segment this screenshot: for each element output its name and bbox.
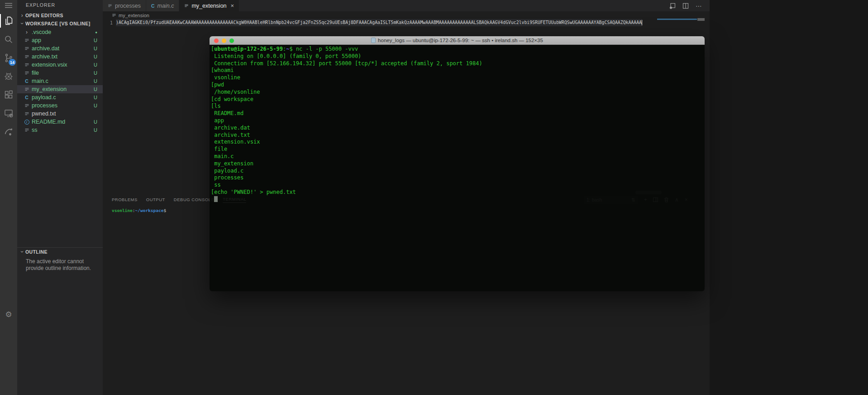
git-untracked-badge: U (94, 78, 97, 84)
file-name: main.c (32, 78, 48, 84)
terminal-line: extension.vsix (211, 139, 705, 146)
breadcrumb[interactable]: my_extension (112, 12, 149, 19)
file-icon (24, 128, 30, 133)
explorer-sidebar: EXPLORER › OPEN EDITORS › WORKSPACE [VS … (17, 0, 103, 395)
gear-icon: ⚙ (5, 310, 12, 319)
integrated-terminal-prompt[interactable]: vsonline:~/workspace$ (112, 208, 166, 213)
terminal-line: README.md (211, 110, 705, 117)
file-icon (108, 4, 112, 8)
terminal-cursor (214, 196, 218, 202)
file-icon (24, 54, 30, 59)
open-changes-icon[interactable] (669, 3, 676, 9)
tree-item-my-extension[interactable]: my_extension U (17, 85, 103, 93)
git-untracked-badge: U (94, 62, 97, 67)
section-label: WORKSPACE [VS ONLINE] (25, 21, 91, 26)
desktop: 14 (0, 0, 868, 395)
tree-item-archive-dat[interactable]: archive.dat U (17, 44, 103, 53)
file-name: ss (32, 127, 38, 133)
git-untracked-badge: U (94, 54, 97, 59)
sidebar-item-debug[interactable] (0, 67, 17, 85)
text-cursor (642, 20, 643, 25)
sidebar-item-extensions[interactable] (0, 86, 17, 104)
mac-terminal-window: honey_logs — ubuntu@ip-172-26-5-99: ~ — … (210, 36, 705, 291)
minimap-slider[interactable] (697, 18, 705, 21)
close-window-button[interactable] (214, 39, 219, 43)
tree-item-ss[interactable]: ss U (17, 126, 103, 134)
prompt-command: nc -l -p 55000 -vvv (293, 46, 358, 52)
remote-explorer-icon (3, 108, 14, 119)
c-file-icon: C (151, 3, 155, 9)
tree-item-pwned-txt[interactable]: pwned.txt (17, 110, 103, 118)
tree-item-archive-txt[interactable]: archive.txt U (17, 53, 103, 61)
section-label: OPEN EDITORS (25, 13, 63, 18)
tab-label: main.c (157, 3, 174, 9)
git-untracked-badge: U (94, 95, 97, 100)
terminal-line: [cd workspace (211, 96, 705, 103)
file-icon (24, 46, 30, 51)
terminal-output[interactable]: [ubuntu@ip-172-26-5-99:~$ nc -l -p 55000… (210, 45, 705, 291)
tree-item-vscode[interactable]: › .vscode ● (17, 28, 103, 36)
extensions-icon (3, 89, 14, 100)
debug-bug-icon (3, 71, 14, 82)
git-untracked-badge: U (94, 38, 97, 43)
section-outline[interactable]: › OUTLINE (17, 247, 103, 255)
terminal-line: my_extension (211, 160, 705, 168)
git-untracked-badge: U (94, 46, 97, 51)
tree-item-readme-md[interactable]: i README.md U (17, 118, 103, 126)
terminal-line: file (211, 146, 705, 153)
chevron-down-icon: › (19, 20, 25, 27)
file-name: app (32, 37, 41, 43)
split-editor-icon[interactable] (682, 3, 689, 9)
terminal-line: processes (211, 174, 705, 182)
terminal-cursor-line (211, 196, 705, 203)
terminal-line: /home/vsonline (211, 89, 705, 96)
source-control-badge: 14 (9, 59, 16, 66)
sidebar-item-search[interactable] (0, 30, 17, 48)
outline-empty-message: The active editor cannot provide outline… (26, 258, 95, 272)
tree-item-file[interactable]: file U (17, 69, 103, 77)
tree-item-processes[interactable]: processes U (17, 101, 103, 110)
terminal-line: archive.txt (211, 132, 705, 139)
window-title: honey_logs — ubuntu@ip-172-26-5-99: ~ — … (371, 38, 543, 43)
tab-my-extension[interactable]: my_extension × (179, 0, 239, 11)
terminal-title-bar[interactable]: honey_logs — ubuntu@ip-172-26-5-99: ~ — … (210, 36, 705, 45)
terminal-line: app (211, 117, 705, 125)
sidebar-item-source-control[interactable]: 14 (0, 49, 17, 67)
tab-debug-console[interactable]: DEBUG CONSOLE (174, 197, 214, 203)
tab-main-c[interactable]: C main.c (146, 0, 179, 11)
tree-item-main-c[interactable]: C main.c U (17, 77, 103, 85)
sidebar-item-explorer[interactable] (0, 12, 17, 30)
tab-problems[interactable]: PROBLEMS (112, 197, 138, 203)
more-actions-icon[interactable]: ⋯ (696, 2, 702, 10)
minimize-window-button[interactable] (222, 39, 226, 43)
terminal-line: main.c (211, 153, 705, 160)
chevron-right-icon: › (19, 12, 25, 19)
file-name: file (32, 70, 39, 76)
git-untracked-badge: U (94, 119, 97, 125)
file-icon (24, 71, 30, 76)
editor-code-area[interactable]: 1 )ACAgIAGKEi0/PfzudUAEAAKwCAAAWAAAAAAAA… (103, 19, 710, 27)
breadcrumb-item: my_extension (119, 13, 149, 18)
menu-button[interactable] (0, 0, 17, 11)
zoom-window-button[interactable] (229, 39, 234, 43)
file-icon (112, 13, 116, 18)
tab-processes[interactable]: processes (103, 0, 146, 11)
tree-item-extension-vsix[interactable]: extension.vsix U (17, 61, 103, 69)
tab-output[interactable]: OUTPUT (146, 197, 165, 203)
c-file-icon: C (24, 78, 30, 84)
section-workspace[interactable]: › WORKSPACE [VS ONLINE] (17, 19, 103, 28)
file-name: pwned.txt (32, 111, 56, 117)
sidebar-item-remote-explorer[interactable] (0, 104, 17, 122)
close-icon[interactable]: × (231, 2, 234, 9)
file-name: README.md (32, 119, 65, 125)
settings-button[interactable]: ⚙ (0, 305, 17, 323)
file-name: my_extension (32, 86, 67, 92)
git-modified-dot: ● (95, 30, 97, 34)
section-open-editors[interactable]: › OPEN EDITORS (17, 11, 103, 19)
tree-item-app[interactable]: app U (17, 36, 103, 44)
sidebar-item-vs-online[interactable] (0, 123, 17, 141)
minimap[interactable] (657, 19, 697, 20)
tree-item-payload-c[interactable]: C payload.c U (17, 93, 103, 101)
git-untracked-badge: U (94, 103, 97, 108)
chevron-down-icon: › (19, 249, 25, 255)
